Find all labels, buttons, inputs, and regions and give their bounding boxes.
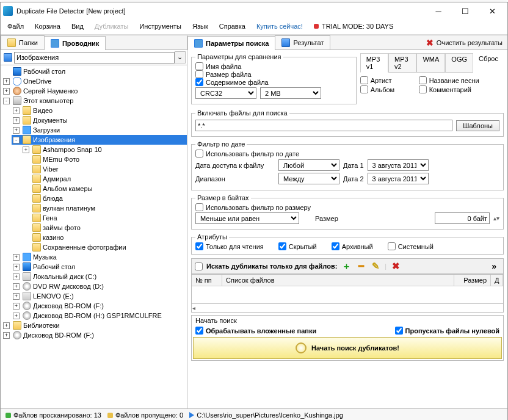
expand-toggle[interactable]: - bbox=[13, 137, 20, 143]
chk-artist[interactable] bbox=[360, 76, 368, 84]
tree-item[interactable]: +Дисковод BD-ROM (F:) bbox=[12, 301, 187, 311]
expand-toggle[interactable]: + bbox=[23, 147, 29, 153]
tree-item[interactable]: +Ashampoo Snap 10 bbox=[21, 145, 187, 154]
menu-buy-now[interactable]: Купить сейчас! bbox=[251, 21, 308, 32]
menu-file[interactable]: Файл bbox=[2, 21, 29, 32]
clear-files-button[interactable]: ✖ bbox=[390, 261, 401, 272]
tab-search-params[interactable]: Параметры поиска bbox=[187, 36, 275, 50]
expand-toggle[interactable]: + bbox=[3, 78, 10, 85]
size-spinner[interactable]: ▴▾ bbox=[493, 215, 499, 222]
select-range[interactable]: Между bbox=[278, 173, 339, 184]
tab-explorer[interactable]: Проводник bbox=[44, 36, 106, 50]
path-input[interactable] bbox=[14, 52, 175, 63]
tree-item[interactable]: Гена bbox=[21, 213, 187, 223]
menu-tools[interactable]: Инструменты bbox=[134, 21, 187, 32]
chk-comment[interactable] bbox=[419, 85, 427, 93]
tab-reset[interactable]: Сброс bbox=[473, 53, 504, 73]
th-d[interactable]: Д bbox=[491, 275, 503, 286]
expand-toggle[interactable]: + bbox=[3, 332, 10, 339]
chk-only-files[interactable] bbox=[195, 262, 203, 270]
tree-item[interactable]: +Музыка bbox=[12, 252, 187, 262]
expand-toggle[interactable]: + bbox=[13, 283, 20, 290]
tree-item[interactable]: +Локальный диск (C:) bbox=[12, 272, 187, 281]
chk-subfolders[interactable] bbox=[195, 327, 203, 335]
select-size-op[interactable]: Меньше или равен bbox=[195, 212, 299, 224]
tree-item[interactable]: +Рабочий стол bbox=[12, 262, 187, 272]
chk-skip-zero[interactable] bbox=[395, 327, 403, 335]
chk-song-title[interactable] bbox=[419, 76, 427, 84]
chk-filename[interactable] bbox=[195, 62, 203, 70]
tree-item[interactable]: Альбом камеры bbox=[21, 184, 187, 194]
tree-item[interactable]: +Документы bbox=[12, 115, 187, 125]
tree-item[interactable]: Адмирал bbox=[21, 174, 187, 184]
chk-album[interactable] bbox=[360, 85, 368, 93]
select-hash[interactable]: CRC32 bbox=[195, 87, 256, 99]
tree-item[interactable]: +Сергей Науменко bbox=[2, 86, 187, 96]
minimize-button[interactable]: ─ bbox=[429, 7, 448, 16]
tab-ogg[interactable]: OGG bbox=[445, 53, 473, 73]
tree-item[interactable]: +Дисковод BD-ROM (H:) GSP1RMCULFRE bbox=[12, 311, 187, 320]
expand-toggle[interactable]: + bbox=[13, 264, 20, 270]
expand-toggle[interactable]: + bbox=[3, 88, 10, 95]
clear-results-button[interactable]: ✖Очистить результаты bbox=[421, 38, 507, 47]
chk-archive[interactable] bbox=[332, 242, 339, 250]
expand-toggle[interactable]: + bbox=[13, 313, 20, 319]
tab-result[interactable]: Результат bbox=[275, 35, 330, 49]
th-files[interactable]: Список файлов bbox=[222, 275, 454, 286]
file-table-body[interactable] bbox=[192, 286, 503, 303]
th-num[interactable]: № пп bbox=[192, 275, 222, 286]
path-dropdown[interactable]: ⌄ bbox=[175, 51, 186, 63]
tree-item[interactable]: +LENOVO (E:) bbox=[12, 291, 187, 301]
expand-toggle[interactable]: + bbox=[13, 117, 20, 124]
menu-view[interactable]: Вид bbox=[66, 21, 89, 32]
tree-item[interactable]: +Видео bbox=[12, 106, 187, 115]
tree-item[interactable]: -Изображения bbox=[12, 135, 187, 145]
tab-folders[interactable]: Папки bbox=[1, 35, 45, 49]
expand-toggle[interactable]: + bbox=[13, 273, 20, 280]
tree-item[interactable]: Рабочий стол bbox=[2, 67, 187, 76]
maximize-button[interactable]: ☐ bbox=[456, 7, 474, 16]
tab-mp3v2[interactable]: MP3 v2 bbox=[388, 53, 416, 73]
select-access[interactable]: Любой bbox=[278, 159, 339, 171]
tree-item[interactable]: +Дисковод BD-ROM (F:) bbox=[2, 330, 187, 340]
tree-item[interactable]: +OneDrive bbox=[2, 76, 187, 86]
edit-file-button[interactable]: ✎ bbox=[370, 261, 381, 272]
chk-hidden[interactable] bbox=[278, 242, 286, 250]
chk-system[interactable] bbox=[388, 242, 396, 250]
expand-toggle[interactable]: + bbox=[13, 107, 20, 114]
tree-item[interactable]: +Загрузки bbox=[12, 125, 187, 135]
date1-select[interactable]: 3 августа 2011 г. bbox=[368, 159, 429, 171]
select-block[interactable]: 2 MB bbox=[260, 87, 321, 99]
tree-item[interactable]: займы фото bbox=[21, 223, 187, 233]
expand-toggle[interactable]: + bbox=[13, 303, 20, 310]
menu-trash[interactable]: Корзина bbox=[29, 21, 66, 32]
more-button[interactable]: » bbox=[488, 261, 500, 271]
tree-item[interactable]: вулкан платинум bbox=[21, 203, 187, 213]
scroll-left[interactable]: ◂ bbox=[192, 305, 195, 311]
expand-toggle[interactable]: + bbox=[13, 293, 20, 300]
expand-toggle[interactable]: + bbox=[13, 127, 20, 134]
chk-content[interactable] bbox=[195, 78, 203, 86]
chk-date-filter[interactable] bbox=[195, 150, 203, 158]
tree-item[interactable]: Viber bbox=[21, 164, 187, 174]
menu-help[interactable]: Справка bbox=[214, 21, 251, 32]
tree-item[interactable]: +DVD RW дисковод (D:) bbox=[12, 281, 187, 291]
tree-item[interactable]: -Этот компьютер bbox=[2, 96, 187, 106]
folder-tree[interactable]: Рабочий стол+OneDrive+Сергей Науменко-Эт… bbox=[1, 65, 187, 408]
tab-mp3v1[interactable]: MP3 v1 bbox=[360, 53, 388, 73]
close-button[interactable]: ✕ bbox=[483, 7, 501, 16]
expand-toggle[interactable]: - bbox=[3, 98, 10, 104]
chk-size-filter[interactable] bbox=[195, 203, 203, 211]
tree-item[interactable]: блюда bbox=[21, 194, 187, 203]
tree-item[interactable]: Сохраненные фотографии bbox=[21, 242, 187, 252]
expand-toggle[interactable]: + bbox=[13, 254, 20, 261]
remove-file-button[interactable]: ━ bbox=[355, 261, 366, 272]
menu-lang[interactable]: Язык bbox=[187, 21, 214, 32]
tree-item[interactable]: казино bbox=[21, 233, 187, 242]
input-mask[interactable] bbox=[195, 120, 452, 131]
chk-filesize[interactable] bbox=[195, 70, 203, 78]
tree-item[interactable]: MEmu Фото bbox=[21, 154, 187, 164]
input-size[interactable] bbox=[435, 212, 490, 224]
tab-wma[interactable]: WMA bbox=[416, 53, 445, 73]
templates-button[interactable]: Шаблоны bbox=[456, 120, 499, 131]
